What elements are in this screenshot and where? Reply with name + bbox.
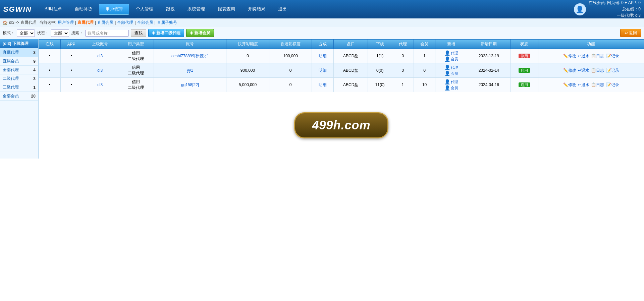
account-link[interactable]: ceshi778899[徐茂才] (171, 54, 209, 58)
avatar-icon: 👤 (574, 3, 586, 15)
sidebar-item-all-member[interactable]: 全部会员 20 (0, 92, 38, 101)
content-area: [dl3] 下线管理 直属代理 3 直属会员 9 全部代理 4 二级代理 3 三… (0, 39, 644, 159)
search-button[interactable]: 查找 (131, 29, 146, 37)
withdraw-link[interactable]: ↩退水 (578, 82, 589, 87)
cell-occupy: 明细 (312, 63, 334, 78)
search-input[interactable] (85, 30, 129, 37)
breadcrumb-all-member[interactable]: 全部会员 (137, 20, 153, 25)
breadcrumb-all-agent[interactable]: 全部代理 (117, 20, 133, 25)
cell-parent: dl3 (82, 63, 118, 78)
breadcrumb-direct-agent[interactable]: 直属代理 (77, 20, 94, 25)
modify-link[interactable]: ✏️修改 (563, 54, 576, 58)
sidebar-item-direct-member[interactable]: 直属会员 9 (0, 57, 38, 66)
nav-item-2[interactable]: 用户管理 (99, 4, 129, 15)
sidebar-item-level3-agent[interactable]: 三级代理 1 (0, 83, 38, 92)
breadcrumb-direct-member[interactable]: 直属会员 (97, 20, 113, 25)
add-member-text: 会员 (451, 57, 458, 62)
sep1: | (75, 20, 76, 25)
cell-hk-lottery: 0 (269, 78, 312, 92)
record-link[interactable]: 📝记录 (606, 54, 619, 58)
watermark-text: 499h.com (312, 118, 370, 132)
cell-hk-lottery: 100,000 (269, 49, 312, 63)
back-button[interactable]: ↩ 返回 (620, 29, 641, 37)
add-agent-icon-row[interactable]: 👤 代理 (444, 50, 458, 56)
member-person-icon: 👤 (444, 71, 450, 76)
new-add-icons: 👤 代理 👤 会员 (437, 79, 465, 91)
sidebar-count-1: 9 (33, 59, 36, 64)
nav-item-7[interactable]: 开奖结果 (242, 4, 271, 15)
sidebar-label-0: 直属代理 (3, 50, 19, 55)
add-agent-icon-row[interactable]: 👤 代理 (444, 79, 458, 84)
cell-fast-lottery: 0 (226, 49, 269, 63)
cell-pan: ABCD盘 (334, 78, 368, 92)
main-table-area: 在线 APP 上级账号 用户类型 账号 快开彩额度 香港彩额度 占成 盘口 下线… (39, 39, 644, 159)
nav-item-5[interactable]: 系统管理 (181, 4, 211, 15)
add-agent-label: 新增二级代理 (156, 30, 180, 36)
modify-link[interactable]: ✏️修改 (563, 68, 576, 73)
th-account: 账号 (154, 40, 226, 49)
modify-link[interactable]: ✏️修改 (563, 82, 576, 87)
add-member-icon-row[interactable]: 👤 会员 (444, 85, 458, 91)
th-user-type: 用户类型 (118, 40, 154, 49)
cell-parent: dl3 (82, 78, 118, 92)
cell-user-type: 信用 二级代理 (118, 78, 154, 92)
sidebar-label-3: 二级代理 (3, 76, 19, 81)
parent-link[interactable]: dl3 (97, 82, 103, 87)
nav-menu: 即时注单 自动补货 用户管理 个人管理 跟投 系统管理 报表查询 开奖结果 退出 (39, 4, 574, 15)
sidebar-item-direct-agent[interactable]: 直属代理 3 (0, 48, 38, 57)
breadcrumb-current: 当前选中: (39, 20, 56, 25)
cell-app: • (60, 78, 82, 92)
parent-link[interactable]: dl3 (97, 54, 103, 58)
nav-item-1[interactable]: 自动补货 (69, 4, 98, 15)
log-link[interactable]: 📋日志 (591, 82, 604, 87)
add-member-icon-row[interactable]: 👤 会员 (444, 56, 458, 62)
sidebar-count-2: 4 (33, 68, 36, 72)
sidebar-count-3: 3 (33, 76, 36, 81)
nav-item-4[interactable]: 跟投 (160, 4, 181, 15)
add-agent-icon-row[interactable]: 👤 代理 (444, 65, 458, 70)
breadcrumb-direct-sub[interactable]: 直属子账号 (157, 20, 177, 25)
nav-item-8[interactable]: 退出 (272, 4, 293, 15)
record-link[interactable]: 📝记录 (606, 68, 619, 73)
status-badge: 启用 (519, 68, 530, 73)
nav-item-6[interactable]: 报表查询 (212, 4, 241, 15)
top-header: SGWIN 即时注单 自动补货 用户管理 个人管理 跟投 系统管理 报表查询 开… (0, 0, 644, 18)
add-member-button[interactable]: ✚ 新增会员 (186, 29, 214, 37)
nav-item-0[interactable]: 即时注单 (39, 4, 68, 15)
withdraw-link[interactable]: ↩退水 (578, 68, 589, 73)
occupy-link[interactable]: 明细 (319, 54, 327, 58)
agent-person-icon: 👤 (444, 79, 450, 84)
cell-account: gg158[22] (154, 78, 226, 92)
status-select[interactable]: 全部 (51, 29, 69, 37)
occupy-link[interactable]: 明细 (319, 82, 327, 87)
cell-add-date: 2023-12-19 (467, 49, 511, 63)
add-member-text: 会员 (451, 71, 458, 76)
withdraw-link[interactable]: ↩退水 (578, 54, 589, 58)
mode-select[interactable]: 全部 (17, 29, 35, 37)
nav-item-3[interactable]: 个人管理 (130, 4, 159, 15)
occupy-link[interactable]: 明细 (319, 68, 327, 73)
breadcrumb-user-mgmt[interactable]: 用户管理 (58, 20, 74, 25)
plus-icon2: ✚ (190, 31, 193, 36)
table-row: • • dl3 信用 二级代理 gg158[22] 5,000,000 0 明细… (39, 78, 644, 92)
add-agent-button[interactable]: ✚ 新增二级代理 (148, 29, 184, 37)
parent-link[interactable]: dl3 (97, 68, 103, 73)
table-row: • • dl3 信用 二级代理 ceshi778899[徐茂才] 0 100,0… (39, 49, 644, 63)
record-link[interactable]: 📝记录 (606, 82, 619, 87)
th-function: 功能 (538, 40, 644, 49)
watermark-area: 499h.com (39, 92, 644, 159)
account-link[interactable]: gg158[22] (181, 82, 199, 87)
log-link[interactable]: 📋日志 (591, 54, 604, 58)
th-member: 会员 (414, 40, 435, 49)
cell-status: 启用 (511, 63, 538, 78)
account-link[interactable]: yy1 (187, 68, 193, 73)
table-header-row: 在线 APP 上级账号 用户类型 账号 快开彩额度 香港彩额度 占成 盘口 下线… (39, 40, 644, 49)
cell-agent: 0 (392, 49, 414, 63)
cell-fast-lottery: 5,000,000 (226, 78, 269, 92)
first-agent: 一级代理: dl3 (589, 12, 641, 19)
log-link[interactable]: 📋日志 (591, 68, 604, 73)
member-person-icon: 👤 (444, 56, 450, 62)
sidebar-item-all-agent[interactable]: 全部代理 4 (0, 66, 38, 74)
sidebar-item-level2-agent[interactable]: 二级代理 3 (0, 74, 38, 83)
add-member-icon-row[interactable]: 👤 会员 (444, 71, 458, 76)
